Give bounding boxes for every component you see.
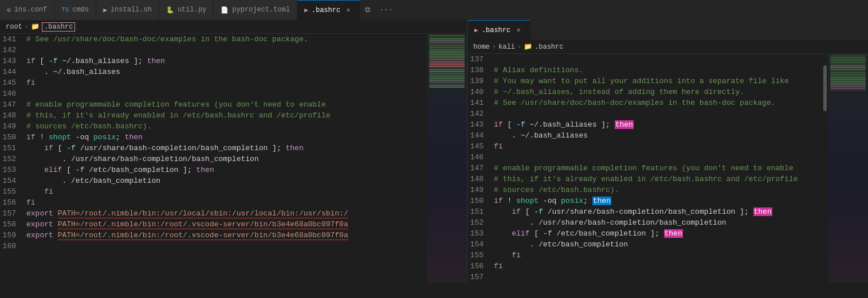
minimap-line (830, 76, 866, 77)
r-line-content-138: # Alias definitions. (492, 65, 822, 76)
minimap-line (830, 74, 866, 75)
sh-icon: ▶ (103, 6, 107, 14)
code-line-154: 154 . /etc/bash_completion (0, 175, 427, 186)
line-num-152: 152 (0, 154, 24, 164)
tab-util-py[interactable]: 🐍 util.py (159, 0, 214, 20)
r-line-content-146 (492, 152, 822, 163)
line-content-156: fi (24, 197, 427, 208)
r-line-num-138: 138 (468, 65, 492, 76)
r-code-line-151: 151 if [ -f /usr/share/bash-completion/b… (468, 206, 822, 217)
r-line-num-153: 153 (468, 228, 492, 239)
left-code-scroll[interactable]: 141 # See /usr/share/doc/bash-doc/exampl… (0, 34, 427, 283)
line-num-150: 150 (0, 132, 24, 143)
r-code-line-137: 137 (468, 54, 822, 65)
line-content-159: export PATH=/root/.nimble/bin:/root/.vsc… (24, 230, 427, 241)
right-tab-bar: ▶ .bashrc ✕ (468, 20, 868, 40)
split-editor-icon[interactable]: ⧉ (360, 0, 375, 20)
r-line-num-155: 155 (468, 250, 492, 261)
r-code-line-154: 154 . /etc/bash_completion (468, 239, 822, 250)
tab-close-button-right[interactable]: ✕ (514, 26, 523, 35)
line-content-150: if ! shopt -oq posix; then (24, 132, 427, 143)
code-line-146: 146 (0, 88, 427, 99)
code-line-153: 153 elif [ -f /etc/bash_completion ]; th… (0, 164, 427, 175)
breadcrumb-file: .bashrc (42, 22, 75, 32)
minimap-line (830, 67, 866, 68)
minimap-line (429, 42, 465, 43)
r-code-line-141: 141 # See /usr/share/doc/bash-doc/exampl… (468, 97, 822, 108)
r-code-line-143: 143 if [ -f ~/.bash_aliases ]; then (468, 119, 822, 130)
r-line-content-145: fi (492, 141, 822, 152)
minimap-line (429, 71, 465, 72)
r-line-num-142: 142 (468, 108, 492, 119)
folder-icon-right: 📁 (524, 42, 532, 51)
r-line-num-139: 139 (468, 76, 492, 87)
minimap-line (830, 89, 866, 91)
r-line-content-153: elif [ -f /etc/bash_completion ]; then (492, 228, 822, 239)
line-content-141: # See /usr/share/doc/bash-doc/examples i… (24, 34, 427, 45)
line-num-141: 141 (0, 34, 24, 45)
minimap-line (830, 58, 866, 60)
breadcrumb-sep-r1: › (492, 43, 496, 51)
minimap-line (429, 76, 465, 77)
minimap-line (429, 52, 465, 53)
tab-label: util.py (178, 6, 206, 14)
minimap-line (429, 78, 465, 79)
tab-label-right: .bashrc (482, 26, 510, 34)
line-content-151: if [ -f /usr/share/bash-completion/bash_… (24, 143, 427, 154)
code-line-142: 142 (0, 45, 427, 56)
breadcrumb-file-right: .bashrc (535, 43, 563, 51)
r-code-line-152: 152 . /usr/share/bash-completion/bash_co… (468, 217, 822, 228)
r-line-content-149: # sources /etc/bash.bashrc). (492, 185, 822, 195)
minimap-line (830, 70, 866, 72)
right-scrollbar[interactable] (822, 54, 828, 283)
r-code-line-155: 155 fi (468, 250, 822, 261)
right-breadcrumb: home › kali › 📁 .bashrc (468, 40, 868, 54)
tab-close-button[interactable]: ✕ (344, 6, 353, 15)
line-content-155: fi (24, 186, 427, 197)
code-line-149: 149 # sources /etc/bash.bashrc). (0, 121, 427, 132)
tab-bashrc-left[interactable]: ▶ .bashrc ✕ (297, 0, 360, 20)
tab-ins-conf[interactable]: ⚙ ins.conf (0, 0, 54, 20)
line-content-160 (24, 241, 427, 252)
line-num-158: 158 (0, 219, 24, 230)
right-scrollbar-thumb[interactable] (823, 65, 827, 111)
minimap-line (429, 66, 465, 67)
minimap-line (429, 45, 465, 46)
minimap-line (429, 49, 465, 50)
r-line-content-137 (492, 54, 822, 65)
minimap-line (429, 81, 465, 83)
tab-bashrc-right[interactable]: ▶ .bashrc ✕ (468, 20, 531, 40)
minimap-lines (427, 34, 467, 283)
r-line-content-140: # ~/.bash_aliases, instead of adding the… (492, 87, 822, 97)
file-icon: ⚙ (7, 6, 11, 14)
more-tabs-button[interactable]: ··· (375, 0, 397, 20)
minimap-line (429, 59, 465, 60)
minimap-line (429, 83, 465, 84)
left-code-lines: 141 # See /usr/share/doc/bash-doc/exampl… (0, 34, 427, 283)
right-editor-panel: ▶ .bashrc ✕ home › kali › 📁 .bashrc (467, 20, 868, 283)
r-line-content-152: . /usr/share/bash-completion/bash_comple… (492, 217, 822, 228)
line-content-143: if [ -f ~/.bash_aliases ]; then (24, 56, 427, 66)
minimap-line (429, 73, 465, 74)
breadcrumb-folder: 📁 (31, 22, 40, 31)
line-content-153: elif [ -f /etc/bash_completion ]; then (24, 164, 427, 175)
minimap-line (429, 56, 465, 57)
r-line-content-154: . /etc/bash_completion (492, 239, 822, 250)
r-line-num-156: 156 (468, 261, 492, 272)
r-code-line-149: 149 # sources /etc/bash.bashrc). (468, 185, 822, 195)
toml-icon: 📄 (221, 6, 229, 14)
r-code-line-142: 142 (468, 108, 822, 119)
minimap-line (830, 62, 866, 63)
tab-pyproject-toml[interactable]: 📄 pyproject.toml (214, 0, 297, 20)
right-code-lines: 137 138 # Alias definitions. 139 # You m… (468, 54, 822, 283)
code-line-156: 156 fi (0, 197, 427, 208)
line-num-153: 153 (0, 164, 24, 175)
line-num-149: 149 (0, 121, 24, 132)
app-container: ⚙ ins.conf TS cmds ▶ install.sh 🐍 util.p… (0, 0, 868, 283)
line-content-149: # sources /etc/bash.bashrc). (24, 121, 427, 132)
tab-install-sh[interactable]: ▶ install.sh (96, 0, 159, 20)
code-line-158: 158 export PATH=/root/.nimble/bin:/root/… (0, 219, 427, 230)
right-code-scroll[interactable]: 137 138 # Alias definitions. 139 # You m… (468, 54, 822, 283)
left-breadcrumb: root › 📁 .bashrc (0, 20, 467, 34)
tab-cmds[interactable]: TS cmds (54, 0, 96, 20)
